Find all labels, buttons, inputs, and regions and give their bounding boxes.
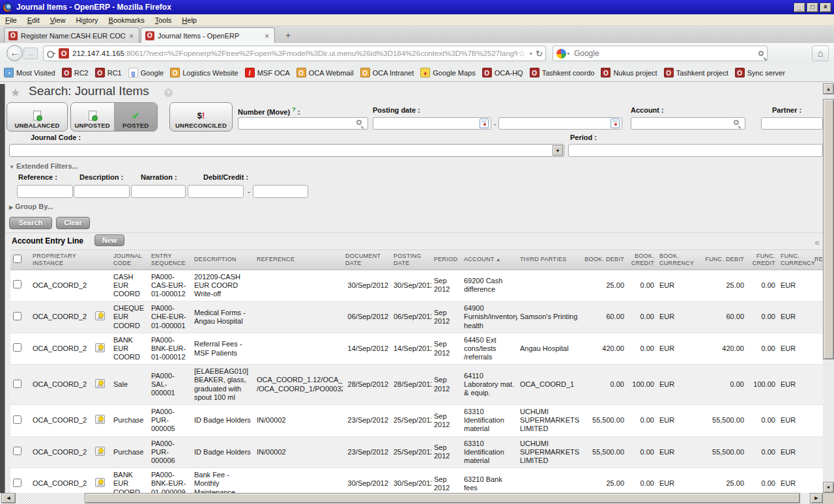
header-book-credit[interactable]: BOOK. CREDIT — [627, 250, 657, 270]
menu-bookmarks[interactable]: Bookmarks — [104, 16, 150, 24]
row-checkbox[interactable] — [13, 343, 22, 352]
header-book-currency[interactable]: BOOK. CURRENCY — [657, 250, 697, 270]
table-row[interactable]: OCA_COORD_2 CHEQUE EUR COORD PA000-CHE-E… — [10, 301, 823, 333]
table-row[interactable]: OCA_COORD_2 Sale PA000-SAL-000001 [ELAEB… — [10, 365, 823, 405]
header-func-credit[interactable]: FUNC. CREDIT — [747, 250, 778, 270]
filter-unreconciled-button[interactable]: $! UNRECONCILED — [169, 102, 233, 132]
minimize-button[interactable]: _ — [794, 3, 805, 12]
bookmark-item[interactable]: O Tashkent coordo — [530, 68, 595, 77]
header-proprietary-instance[interactable]: PROPRIETARY INSTANCE — [30, 250, 93, 270]
home-button[interactable]: ⌂ — [812, 46, 829, 61]
google-engine-icon[interactable] — [556, 49, 566, 59]
scroll-right-icon[interactable]: ▶ — [810, 493, 823, 503]
reference-input[interactable] — [17, 185, 73, 198]
horizontal-scrollbar-thumb[interactable] — [85, 493, 800, 503]
close-button[interactable]: × — [820, 3, 831, 12]
search-icon[interactable] — [758, 51, 764, 56]
account-input[interactable] — [631, 117, 745, 130]
bookmark-item[interactable]: O Tashkent project — [664, 68, 728, 77]
posting-date-from-input[interactable] — [373, 117, 491, 130]
table-row[interactable]: OCA_COORD_2 BANK EUR COORD PA000-BNK-EUR… — [10, 333, 823, 365]
number-move-input[interactable] — [238, 117, 368, 130]
row-checkbox[interactable] — [13, 415, 22, 424]
bookmark-item[interactable]: O Logistics Website — [170, 68, 238, 77]
tab-close-icon[interactable]: × — [128, 32, 135, 40]
favorite-star-icon[interactable]: ★ — [10, 86, 20, 100]
period-input[interactable] — [568, 144, 823, 157]
header-third-parties[interactable]: THIRD PARTIES — [517, 250, 581, 270]
bookmark-item[interactable]: O RC1 — [95, 68, 122, 77]
header-posting-date[interactable]: POSTING DATE — [391, 250, 431, 270]
select-all-checkbox[interactable] — [13, 255, 22, 263]
calendar-icon[interactable] — [480, 119, 489, 128]
reload-icon[interactable]: ↻ — [536, 49, 543, 59]
narration-input[interactable] — [131, 185, 186, 198]
new-button[interactable]: New — [94, 234, 124, 246]
posting-date-to-input[interactable] — [498, 117, 622, 130]
header-period[interactable]: PERIOD — [431, 250, 461, 270]
scroll-down-icon[interactable]: ▼ — [823, 482, 834, 493]
filter-unbalanced-button[interactable]: UNBALANCED — [7, 102, 68, 132]
calendar-icon[interactable] — [611, 119, 620, 128]
chevron-down-icon[interactable]: ▼ — [553, 145, 563, 156]
field-help-icon[interactable]: ? — [292, 106, 296, 113]
row-checkbox[interactable] — [13, 380, 22, 388]
back-button[interactable]: ← — [7, 45, 23, 61]
attachment-icon[interactable] — [95, 379, 105, 388]
row-checkbox[interactable] — [13, 479, 22, 487]
row-checkbox[interactable] — [13, 447, 22, 455]
web-search-input[interactable] — [574, 49, 758, 58]
menu-file[interactable]: File — [0, 16, 22, 24]
attachment-icon[interactable] — [95, 415, 105, 424]
attachment-icon[interactable] — [95, 447, 105, 456]
search-button[interactable]: Search — [9, 217, 52, 229]
header-func-currency[interactable]: FUNC. CURRENCY — [778, 250, 812, 270]
tab-close-icon[interactable]: × — [264, 32, 270, 40]
bookmark-item[interactable]: O OCA-HQ — [482, 68, 523, 77]
menu-help[interactable]: Help — [177, 16, 202, 24]
new-tab-button[interactable]: + — [280, 29, 296, 42]
menu-tools[interactable]: Tools — [150, 16, 177, 24]
table-row[interactable]: OCA_COORD_2 Purchase PA000-PUR-000005 ID… — [10, 405, 823, 437]
url-text[interactable]: 212.147.41.165:8061/?next=%2Fopenerp%2Ft… — [72, 49, 518, 57]
bookmark-item[interactable]: O OCA Webmail — [296, 68, 354, 77]
menu-view[interactable]: View — [45, 16, 71, 24]
bookmark-item[interactable]: ◔ Most Visited — [4, 68, 55, 77]
filter-posted-button[interactable]: ✔ POSTED — [115, 103, 158, 131]
attachment-icon[interactable] — [95, 478, 105, 487]
clear-button[interactable]: Clear — [56, 217, 90, 229]
row-checkbox[interactable] — [13, 280, 22, 288]
header-document-date[interactable]: DOCUMENT DATE — [343, 250, 391, 270]
scroll-up-icon[interactable]: ▲ — [823, 83, 834, 94]
bookmark-item[interactable]: ♦ Google Maps — [420, 68, 475, 77]
collapse-panel-icon[interactable]: « — [814, 237, 820, 247]
tab-register-name[interactable]: O Register Name:CASH EUR COORD - Ope... … — [4, 27, 139, 43]
vertical-scrollbar-thumb[interactable] — [823, 99, 834, 359]
search-bar[interactable]: ▼ — [553, 46, 768, 61]
bookmark-item[interactable]: O Nukus project — [601, 68, 657, 77]
partner-input[interactable] — [761, 117, 823, 130]
extended-filters-toggle[interactable]: ▼Extended Filters... — [9, 162, 78, 170]
table-row[interactable]: OCA_COORD_2 Purchase PA000-PUR-000006 ID… — [10, 436, 823, 468]
tab-journal-items[interactable]: O Journal Items - OpenERP × — [141, 27, 275, 43]
horizontal-scrollbar[interactable]: ◀ ▶ — [0, 493, 823, 504]
header-select-all[interactable] — [10, 250, 30, 270]
sidebar-splitter[interactable] — [0, 84, 5, 493]
forward-button[interactable]: → — [23, 48, 38, 59]
url-dropdown-icon[interactable]: ▼ — [528, 51, 533, 56]
bookmark-item[interactable]: O OCA Intranet — [360, 68, 414, 77]
header-book-debit[interactable]: BOOK. DEBIT — [581, 250, 627, 270]
scroll-left-icon[interactable]: ◀ — [1, 493, 16, 503]
debit-credit-from-input[interactable] — [188, 185, 244, 198]
journal-code-select[interactable]: ▼ — [9, 144, 564, 157]
url-bar[interactable]: O 212.147.41.165:8061/?next=%2Fopenerp%2… — [43, 46, 546, 61]
engine-dropdown-icon[interactable]: ▼ — [566, 51, 571, 56]
help-icon[interactable]: ? — [164, 89, 173, 97]
header-journal-code[interactable]: JOURNAL CODE — [111, 250, 149, 270]
header-description[interactable]: DESCRIPTION — [192, 250, 254, 270]
row-checkbox[interactable] — [13, 312, 22, 320]
attachment-icon[interactable] — [95, 311, 105, 320]
filter-unposted-button[interactable]: UNPOSTED — [71, 103, 114, 131]
bookmark-item[interactable]: g Google — [128, 68, 164, 77]
site-identity-key-icon[interactable] — [46, 49, 55, 58]
